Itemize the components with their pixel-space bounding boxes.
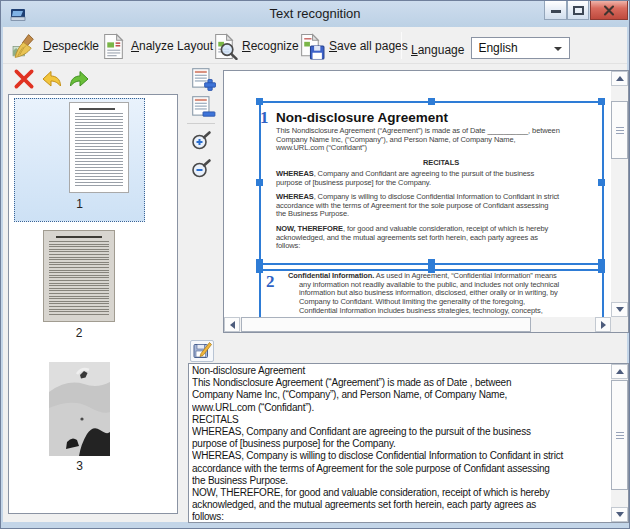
region2-handle-n[interactable] (428, 266, 435, 273)
undo-arrow-icon (40, 67, 64, 91)
arrow-up-icon (616, 76, 624, 81)
zoom-out-icon (189, 156, 215, 182)
maximize-icon (573, 6, 584, 15)
close-icon (603, 5, 615, 16)
region1-handle-n[interactable] (428, 98, 435, 105)
save-all-pages-button[interactable]: Save all pages (295, 30, 411, 62)
page-floppy-icon (298, 33, 325, 60)
chevron-down-icon (554, 47, 562, 51)
title-bar[interactable]: Text recognition (1, 1, 629, 27)
zoom-out-button[interactable] (189, 156, 215, 182)
region2-handle-ne[interactable] (598, 266, 605, 273)
despeckle-label: Despeckle (43, 39, 99, 53)
scroll-down-button[interactable] (611, 507, 628, 522)
region1-handle-s[interactable] (428, 259, 435, 266)
region2-handle-nw[interactable] (256, 266, 263, 273)
page-2-number: 2 (43, 326, 115, 340)
page-preview: 1 Non-disclosure Agreement This Nondiscl… (223, 70, 629, 333)
language-select[interactable]: English (471, 37, 570, 59)
language-group: Language English (411, 37, 570, 59)
recognized-text[interactable]: Non-disclosure Agreement This Nondisclos… (192, 365, 608, 521)
zoom-in-icon (189, 128, 215, 154)
add-region-icon (190, 66, 216, 92)
close-button[interactable] (590, 1, 628, 20)
maximize-button[interactable] (567, 1, 589, 20)
region1-handle-ne[interactable] (598, 98, 605, 105)
save-text-button[interactable] (190, 340, 214, 362)
preview-hscrollbar[interactable] (224, 317, 611, 332)
region1-handle-sw[interactable] (256, 259, 263, 266)
page-magnifier-icon (211, 33, 238, 60)
page-item-1-selected[interactable]: 1 (14, 98, 145, 222)
page-3-number: 3 (49, 459, 110, 473)
hscroll-thumb[interactable] (241, 317, 531, 332)
tool-separator (187, 123, 215, 124)
zoom-in-button[interactable] (189, 128, 215, 154)
scroll-down-button[interactable] (611, 302, 628, 317)
arrow-left-icon (230, 321, 235, 329)
thumb-grip (616, 432, 624, 439)
arrow-right-icon (601, 321, 606, 329)
region1-handle-e[interactable] (598, 179, 605, 186)
text-region-1[interactable] (259, 101, 604, 265)
delete-page-button[interactable] (12, 67, 36, 91)
broom-icon (12, 33, 39, 60)
scroll-up-button[interactable] (611, 71, 628, 86)
document-canvas[interactable]: 1 Non-disclosure Agreement This Nondiscl… (224, 71, 611, 317)
minimize-icon (551, 10, 561, 13)
scroll-right-button[interactable] (595, 317, 611, 332)
scroll-left-button[interactable] (224, 317, 240, 332)
region1-handle-w[interactable] (256, 179, 263, 186)
recognized-text-panel: Non-disclosure Agreement This Nondisclos… (188, 363, 629, 523)
app-window: Text recognition Despeckle A (0, 0, 630, 529)
snowboard-photo (49, 362, 110, 456)
region1-handle-se[interactable] (598, 259, 605, 266)
language-value: English (478, 41, 517, 55)
language-label: Language (411, 43, 464, 57)
page-3-thumbnail[interactable] (49, 362, 110, 456)
arrow-up-icon (616, 369, 624, 374)
region1-handle-nw[interactable] (256, 98, 263, 105)
save-all-pages-label: Save all pages (329, 39, 408, 53)
redo-arrow-icon (67, 67, 91, 91)
page-list: 1 2 3 (8, 94, 178, 514)
scroll-up-button[interactable] (611, 364, 628, 379)
output-vscrollbar[interactable] (611, 364, 628, 522)
arrow-down-icon (616, 307, 624, 312)
vscroll-thumb[interactable] (611, 101, 628, 159)
floppy-pencil-icon (192, 341, 212, 361)
text-region-2[interactable] (259, 269, 604, 317)
arrow-down-icon (616, 512, 624, 517)
thumb-text-lines (75, 113, 123, 186)
undo-button[interactable] (40, 67, 64, 91)
window-title: Text recognition (1, 6, 629, 21)
thumb-text-lines (49, 241, 109, 315)
page-2-thumbnail[interactable] (43, 230, 115, 322)
page-1-number: 1 (15, 197, 144, 211)
thumb-heading-line (56, 236, 102, 238)
page-1-thumbnail[interactable] (69, 102, 129, 193)
add-region-button[interactable] (190, 66, 216, 92)
minimize-button[interactable] (544, 1, 567, 20)
recognize-label: Recognize (242, 39, 299, 53)
recognize-button[interactable]: Recognize (208, 30, 302, 62)
despeckle-button[interactable]: Despeckle (9, 30, 102, 62)
thumb-grip (616, 127, 624, 134)
remove-region-button[interactable] (190, 94, 216, 120)
toolbar-separator (401, 32, 402, 59)
vscroll-thumb[interactable] (611, 380, 628, 490)
red-x-icon (12, 67, 36, 91)
redo-button[interactable] (67, 67, 91, 91)
thumb-heading-line (79, 108, 115, 110)
analyze-layout-button[interactable]: Analyze Layout (97, 30, 216, 62)
preview-vscrollbar[interactable] (611, 71, 628, 317)
analyze-layout-label: Analyze Layout (131, 39, 213, 53)
scrollbar-corner (611, 317, 628, 332)
remove-region-icon (190, 94, 216, 120)
page-layout-icon (100, 33, 127, 60)
